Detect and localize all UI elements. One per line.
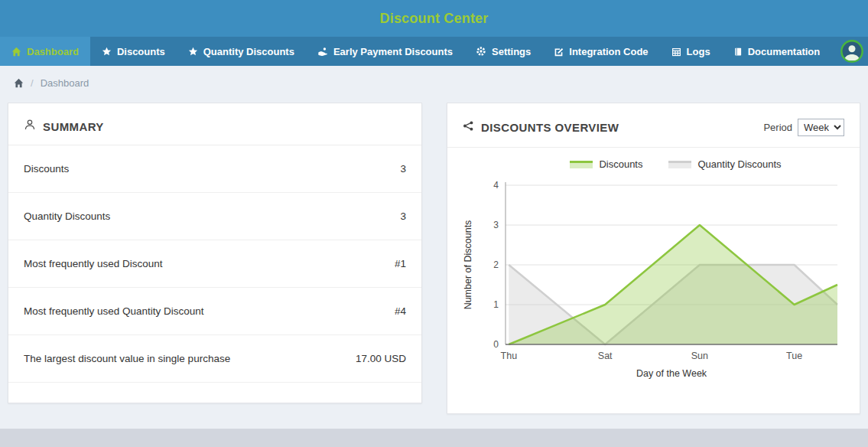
overview-card-header: DISCOUNTS OVERVIEW Period Week <box>447 103 860 148</box>
summary-row-value: 17.00 USD <box>356 353 406 364</box>
svg-text:Number of Discounts: Number of Discounts <box>463 220 473 310</box>
person-icon <box>24 119 36 134</box>
summary-card-header: SUMMARY <box>8 103 421 145</box>
quantity-discounts-legend-swatch <box>668 161 691 168</box>
hand-coin-icon <box>317 47 328 57</box>
svg-text:3: 3 <box>493 220 499 230</box>
nav-item-label: Documentation <box>748 46 821 57</box>
legend-label: Quantity Discounts <box>697 158 781 170</box>
page-title: Discount Center <box>379 11 488 27</box>
period-select[interactable]: Week <box>798 119 844 136</box>
area-chart-canvas: 01234ThuSatSunTueDay of the WeekNumber o… <box>461 173 844 396</box>
discounts-legend-swatch <box>570 161 593 168</box>
breadcrumb: / Dashboard <box>0 66 868 98</box>
summary-row: Most frequently used Quantity Discount #… <box>8 288 421 335</box>
summary-row-value: #4 <box>395 305 406 317</box>
breadcrumb-separator: / <box>31 77 34 89</box>
summary-card: SUMMARY Discounts 3 Quantity Discounts 3… <box>8 103 422 403</box>
legend-item-discounts: Discounts <box>570 158 642 170</box>
nav-item-logs[interactable]: Logs <box>660 37 722 66</box>
edit-icon <box>554 47 564 57</box>
nav-item-early-payment-discounts[interactable]: Early Payment Discounts <box>306 37 464 66</box>
legend-item-quantity-discounts: Quantity Discounts <box>668 158 781 170</box>
gear-icon <box>476 46 486 57</box>
svg-text:Thu: Thu <box>501 351 518 361</box>
calendar-icon <box>671 47 681 57</box>
summary-row-value: 3 <box>400 210 406 222</box>
nav-item-label: Settings <box>492 46 531 57</box>
nav-item-label: Integration Code <box>569 46 648 57</box>
summary-row: Most frequently used Discount #1 <box>8 240 421 288</box>
star-icon <box>188 47 198 57</box>
nav-item-integration-code[interactable]: Integration Code <box>542 37 659 66</box>
summary-row-label: Discounts <box>24 163 69 175</box>
breadcrumb-current: Dashboard <box>41 77 89 89</box>
discounts-overview-card: DISCOUNTS OVERVIEW Period Week Discounts <box>447 103 860 414</box>
summary-row: Discounts 3 <box>8 145 421 193</box>
summary-row-label: The largest discount value in single pur… <box>24 353 230 364</box>
summary-title: SUMMARY <box>43 120 104 133</box>
nav-item-discounts[interactable]: Discounts <box>90 37 177 66</box>
svg-text:4: 4 <box>493 180 499 191</box>
legend-label: Discounts <box>599 158 642 170</box>
home-icon <box>11 47 21 57</box>
dashboard-cards: SUMMARY Discounts 3 Quantity Discounts 3… <box>0 98 868 414</box>
summary-row-label: Most frequently used Discount <box>24 258 163 269</box>
app-header: Discount Center <box>0 0 868 37</box>
svg-text:1: 1 <box>493 299 499 310</box>
nav-item-label: Quantity Discounts <box>203 46 294 57</box>
summary-row: Quantity Discounts 3 <box>8 193 421 240</box>
content-wrapper: / Dashboard SUMMARY Discounts 3 Quantity… <box>0 66 868 429</box>
svg-text:2: 2 <box>493 259 499 270</box>
summary-row-label: Most frequently used Quantity Discount <box>24 305 204 317</box>
overview-title: DISCOUNTS OVERVIEW <box>481 121 619 134</box>
summary-row-value: 3 <box>400 163 406 175</box>
nav-item-label: Early Payment Discounts <box>333 46 453 57</box>
nav-item-label: Discounts <box>117 46 165 57</box>
summary-row: The largest discount value in single pur… <box>8 335 421 383</box>
star-icon <box>102 47 112 57</box>
main-navbar: Dashboard Discounts Quantity Discounts E… <box>0 37 868 66</box>
chart-legend: Discounts Quantity Discounts <box>506 158 846 170</box>
nav-item-documentation[interactable]: Documentation <box>722 37 832 66</box>
nav-item-label: Dashboard <box>27 46 79 57</box>
summary-row-label: Quantity Discounts <box>24 210 110 222</box>
svg-text:Tue: Tue <box>786 351 802 361</box>
nav-item-quantity-discounts[interactable]: Quantity Discounts <box>177 37 306 66</box>
svg-text:Sat: Sat <box>598 351 613 361</box>
nav-item-settings[interactable]: Settings <box>464 37 542 66</box>
svg-text:Sun: Sun <box>691 351 708 361</box>
user-avatar[interactable] <box>831 37 868 66</box>
svg-text:0: 0 <box>493 339 499 350</box>
svg-text:Day of the Week: Day of the Week <box>636 368 707 379</box>
share-icon <box>463 120 474 135</box>
book-icon <box>733 47 743 57</box>
discounts-chart: Discounts Quantity Discounts 01234ThuSat… <box>447 148 860 413</box>
nav-item-label: Logs <box>687 46 710 57</box>
summary-card-footer-space <box>8 383 421 403</box>
breadcrumb-home-icon[interactable] <box>14 78 24 88</box>
period-label: Period <box>763 122 792 133</box>
summary-row-value: #1 <box>395 258 406 269</box>
nav-item-dashboard[interactable]: Dashboard <box>0 37 90 66</box>
